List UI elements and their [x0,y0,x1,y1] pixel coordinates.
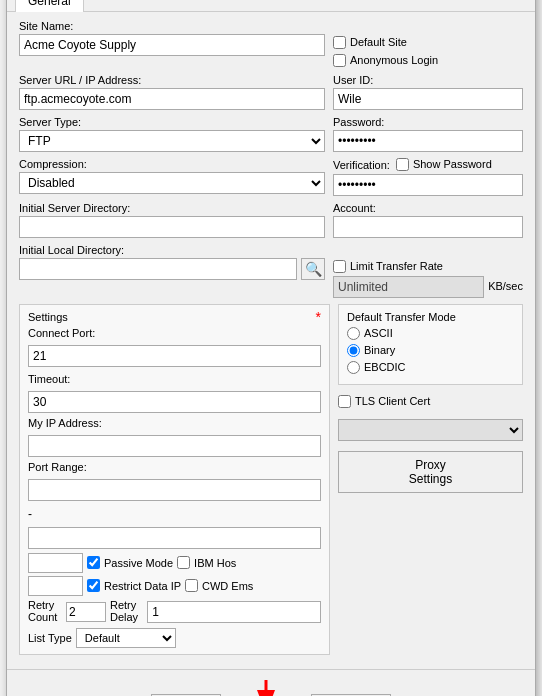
timeout-label: Timeout: [28,373,70,385]
default-site-checkbox[interactable] [333,36,346,49]
test-area: Test [231,678,301,697]
tls-dropdown[interactable] [338,419,523,441]
range-dash: - [28,507,32,521]
ascii-label: ASCII [364,327,393,339]
account-label: Account: [333,202,523,214]
my-ip-row: My IP Address: [28,417,321,457]
pasv-port-input[interactable] [28,553,83,573]
server-dir-input[interactable] [19,216,325,238]
ascii-radio[interactable] [347,327,360,340]
user-id-input[interactable] [333,88,523,110]
user-id-label: User ID: [333,74,523,86]
show-password-label: Show Password [413,158,492,170]
left-section: Settings * Connect Port: Timeout: My IP … [19,304,330,661]
retry-count-input[interactable] [66,602,106,622]
server-type-row: Server Type: FTP SFTP FTPS Password: [19,116,523,152]
required-asterisk: * [316,309,321,325]
binary-radio-row: Binary [347,344,514,358]
port-range-row: Port Range: - [28,461,321,549]
local-dir-col: Initial Local Directory: 🔍 [19,244,325,280]
server-url-col: Server URL / IP Address: [19,74,325,110]
tabs: General [7,0,535,12]
ascii-radio-row: ASCII [347,327,514,341]
binary-label: Binary [364,344,395,356]
server-url-input[interactable] [19,88,325,110]
connect-port-input[interactable] [28,345,321,367]
compression-col: Compression: Disabled Enabled [19,158,325,194]
compression-select[interactable]: Disabled Enabled [19,172,325,194]
account-input[interactable] [333,216,523,238]
connect-port-label: Connect Port: [28,327,95,339]
site-name-input[interactable] [19,34,325,56]
anonymous-login-row: Anonymous Login [333,54,523,68]
retry-row: Retry Count Retry Delay [28,599,321,625]
limit-transfer-col: Limit Transfer Rate KB/sec [333,244,523,298]
limit-transfer-label: Limit Transfer Rate [350,260,443,272]
settings-title: Settings [28,311,68,323]
list-type-row: List Type Default Unix Windows [28,628,321,648]
arrow-icon [246,678,286,697]
ibm-host-label: IBM Hos [194,557,236,569]
restrict-row: Restrict Data IP CWD Ems [28,576,321,596]
server-dir-row: Initial Server Directory: Account: [19,202,523,238]
browse-folder-button[interactable]: 🔍 [301,258,325,280]
ibm-host-checkbox[interactable] [177,556,190,569]
proxy-settings-button[interactable]: Proxy Settings [338,451,523,493]
verification-label: Verification: [333,159,390,171]
retry-count-label: Retry Count [28,599,62,623]
anonymous-login-label: Anonymous Login [350,54,438,66]
binary-radio[interactable] [347,344,360,357]
server-url-label: Server URL / IP Address: [19,74,325,86]
site-name-col: Site Name: [19,20,325,56]
ebcdic-radio[interactable] [347,361,360,374]
tls-row: TLS Client Cert [338,395,523,409]
show-password-checkbox[interactable] [396,158,409,171]
port-range-to-input[interactable] [28,527,321,549]
cwd-label: CWD Ems [202,580,253,592]
bottom-buttons: OK Test Cancel [7,669,535,697]
account-col: Account: [333,202,523,238]
port-range-from-input[interactable] [28,479,321,501]
retry-delay-label: Retry Delay [110,599,143,623]
retry-delay-input[interactable] [147,601,321,623]
cwd-checkbox[interactable] [185,579,198,592]
default-site-label: Default Site [350,36,407,48]
ebcdic-label: EBCDIC [364,361,406,373]
unlimited-input[interactable] [333,276,484,298]
password-input[interactable] [333,130,523,152]
dialog: Add New Site ? ✕ General Site Name: Defa… [6,0,536,696]
timeout-input[interactable] [28,391,321,413]
list-type-select[interactable]: Default Unix Windows [76,628,176,648]
server-type-select[interactable]: FTP SFTP FTPS [19,130,325,152]
local-dir-input[interactable] [19,258,297,280]
restrict-data-ip-checkbox[interactable] [87,579,100,592]
main-area: Settings * Connect Port: Timeout: My IP … [19,304,523,661]
user-id-col: User ID: [333,74,523,110]
my-ip-input[interactable] [28,435,321,457]
server-dir-col: Initial Server Directory: [19,202,325,238]
tls-client-cert-checkbox[interactable] [338,395,351,408]
tab-general[interactable]: General [15,0,84,12]
connect-port-row: Connect Port: Timeout: [28,327,321,413]
anonymous-login-checkbox[interactable] [333,54,346,67]
local-dir-row: Initial Local Directory: 🔍 Limit Transfe… [19,244,523,298]
local-dir-label: Initial Local Directory: [19,244,325,256]
passive-mode-label: Passive Mode [104,557,173,569]
right-panel: Default Transfer Mode ASCII Binary EBCDI… [338,304,523,661]
ebcdic-radio-row: EBCDIC [347,361,514,375]
site-name-row: Site Name: Default Site Anonymous Login [19,20,523,68]
server-type-col: Server Type: FTP SFTP FTPS [19,116,325,152]
passive-mode-checkbox[interactable] [87,556,100,569]
content: Site Name: Default Site Anonymous Login … [7,12,535,669]
restrict-input[interactable] [28,576,83,596]
compression-row: Compression: Disabled Enabled Verificati… [19,158,523,196]
password-col: Password: [333,116,523,152]
restrict-data-ip-label: Restrict Data IP [104,580,181,592]
limit-transfer-checkbox[interactable] [333,260,346,273]
site-name-label: Site Name: [19,20,325,32]
compression-label: Compression: [19,158,325,170]
transfer-mode-box: Default Transfer Mode ASCII Binary EBCDI… [338,304,523,385]
server-dir-label: Initial Server Directory: [19,202,325,214]
verification-input[interactable] [333,174,523,196]
dropdown-row [338,419,523,441]
